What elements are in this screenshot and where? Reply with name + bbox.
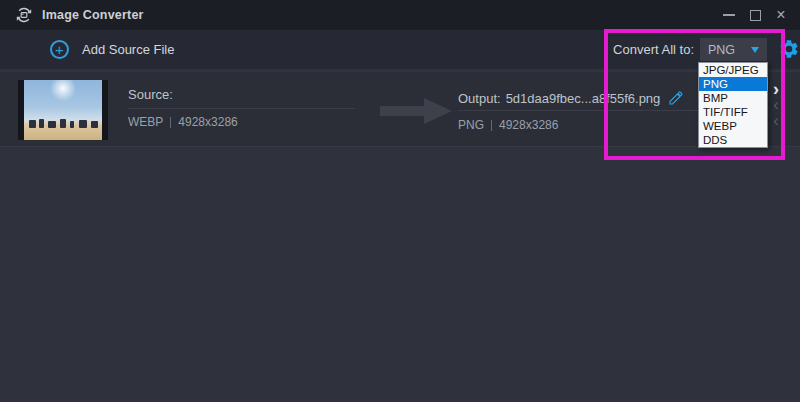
source-label: Source: xyxy=(128,87,173,102)
dropdown-option-jpg-jpeg[interactable]: JPG/JPEG xyxy=(699,63,767,77)
minimize-icon xyxy=(723,14,735,16)
dropdown-option-bmp[interactable]: BMP xyxy=(699,91,767,105)
row-controls: › ‹ ‹ xyxy=(766,82,786,128)
dropdown-option-png[interactable]: PNG xyxy=(699,77,767,91)
output-filename: 5d1daa9fbec...a8f55f6.png xyxy=(506,91,661,106)
app-logo-convert-icon xyxy=(14,5,34,25)
maximize-icon xyxy=(750,10,761,21)
window-controls: × xyxy=(716,0,794,30)
pipe-divider xyxy=(491,120,492,131)
file-row: Source: WEBP 4928x3286 Output: 5d1daa9fb… xyxy=(0,71,800,147)
source-thumbnail xyxy=(18,80,108,140)
output-format: PNG xyxy=(458,118,484,132)
chevron-dim-icon[interactable]: ‹ xyxy=(766,114,786,128)
add-source-file-label: Add Source File xyxy=(82,42,175,57)
source-format: WEBP xyxy=(128,115,163,129)
chevron-dim-icon[interactable]: ‹ xyxy=(766,98,786,112)
format-dropdown-list: JPG/JPEG PNG BMP TIF/TIFF WEBP DDS xyxy=(698,62,768,148)
close-icon: × xyxy=(776,7,785,23)
output-row: Output: 5d1daa9fbec...a8f55f6.png xyxy=(458,90,684,106)
output-meta: PNG 4928x3286 xyxy=(458,118,558,132)
dropdown-option-webp[interactable]: WEBP xyxy=(699,119,767,133)
output-dimensions: 4928x3286 xyxy=(499,118,558,132)
conversion-arrow-icon xyxy=(380,98,452,124)
settings-gear-icon[interactable] xyxy=(778,38,800,60)
dropdown-option-dds[interactable]: DDS xyxy=(699,133,767,147)
source-divider xyxy=(128,108,355,109)
convert-all-to-label: Convert All to: xyxy=(613,30,694,69)
dropdown-option-tif-tiff[interactable]: TIF/TIFF xyxy=(699,105,767,119)
format-select-value: PNG xyxy=(708,43,735,57)
maximize-button[interactable] xyxy=(742,0,768,30)
close-button[interactable]: × xyxy=(768,0,794,30)
thumbnail-image xyxy=(24,80,102,140)
app-window: Image Converter × + Add Source File Conv… xyxy=(0,0,800,402)
output-label: Output: xyxy=(458,91,501,106)
toolbar: + Add Source File Convert All to: PNG xyxy=(0,30,800,69)
format-select[interactable]: PNG xyxy=(700,38,767,61)
chevron-down-icon xyxy=(751,47,759,53)
minimize-button[interactable] xyxy=(716,0,742,30)
window-title: Image Converter xyxy=(42,8,144,22)
edit-pencil-icon[interactable] xyxy=(668,90,684,106)
chevron-right-icon[interactable]: › xyxy=(766,82,786,96)
plus-circle-icon: + xyxy=(50,40,69,59)
source-dimensions: 4928x3286 xyxy=(178,115,237,129)
source-meta: WEBP 4928x3286 xyxy=(128,115,238,129)
pipe-divider xyxy=(170,117,171,128)
add-source-file-button[interactable]: + Add Source File xyxy=(50,30,175,69)
title-bar: Image Converter × xyxy=(0,0,800,30)
